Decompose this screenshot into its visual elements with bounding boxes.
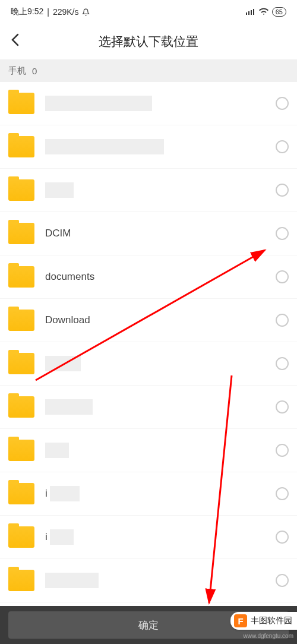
wifi-icon	[259, 7, 268, 17]
radio-select[interactable]	[276, 140, 289, 153]
folder-row[interactable]	[0, 559, 297, 602]
radio-select[interactable]	[276, 487, 289, 500]
folder-row[interactable]: i	[0, 472, 297, 516]
radio-select[interactable]	[276, 531, 289, 544]
folder-icon	[8, 396, 34, 418]
watermark-text: 丰图软件园	[251, 615, 292, 626]
folder-name-redacted	[45, 178, 276, 202]
svg-rect-1	[248, 11, 249, 15]
status-speed: 229K/s	[53, 7, 79, 17]
folder-list: DCIMdocumentsDownloadii	[0, 82, 297, 602]
breadcrumb-root: 手机	[8, 65, 26, 77]
radio-select[interactable]	[276, 184, 289, 197]
radio-select[interactable]	[276, 227, 289, 240]
radio-select[interactable]	[276, 97, 289, 110]
folder-row[interactable]	[0, 169, 297, 212]
folder-icon	[8, 353, 34, 374]
breadcrumb-level: 0	[32, 66, 37, 76]
folder-row[interactable]	[0, 342, 297, 386]
breadcrumb[interactable]: 手机 0	[0, 59, 297, 82]
folder-name-redacted	[45, 135, 276, 159]
svg-rect-2	[251, 10, 252, 15]
folder-name-redacted	[45, 395, 276, 419]
status-bar: 晚上9:52 | 229K/s 65	[0, 0, 297, 24]
folder-name-redacted	[45, 438, 276, 462]
folder-row[interactable]: DCIM	[0, 212, 297, 255]
folder-icon	[8, 93, 34, 114]
svg-rect-0	[246, 12, 247, 15]
folder-row[interactable]	[0, 125, 297, 169]
folder-icon	[8, 310, 34, 331]
status-time: 晚上9:52	[11, 7, 43, 17]
page-title: 选择默认下载位置	[99, 33, 198, 50]
signal-icon	[246, 7, 255, 17]
folder-name-redacted: i	[45, 525, 276, 549]
svg-rect-3	[253, 9, 254, 15]
folder-icon	[8, 570, 34, 591]
radio-select[interactable]	[276, 400, 289, 413]
folder-icon	[8, 526, 34, 548]
radio-select[interactable]	[276, 574, 289, 587]
folder-name: DCIM	[45, 228, 276, 239]
folder-icon	[8, 440, 34, 461]
watermark-url: www.dgfengtu.com	[244, 633, 294, 639]
folder-name-redacted	[45, 91, 276, 115]
folder-row[interactable]	[0, 386, 297, 429]
folder-icon	[8, 136, 34, 157]
folder-row[interactable]	[0, 82, 297, 125]
folder-name: Download	[45, 314, 276, 326]
folder-row[interactable]: Download	[0, 299, 297, 342]
folder-icon	[8, 266, 34, 288]
battery-indicator: 65	[272, 7, 286, 17]
folder-row[interactable]: i	[0, 516, 297, 559]
folder-name-redacted	[45, 352, 276, 375]
radio-select[interactable]	[276, 314, 289, 327]
header: 选择默认下载位置	[0, 24, 297, 59]
folder-icon	[8, 483, 34, 504]
folder-icon	[8, 179, 34, 201]
folder-row[interactable]: documents	[0, 255, 297, 299]
watermark: F 丰图软件园	[230, 612, 297, 630]
folder-icon	[8, 223, 34, 244]
folder-row[interactable]	[0, 429, 297, 472]
radio-select[interactable]	[276, 357, 289, 370]
folder-name-redacted	[45, 569, 276, 592]
back-button[interactable]	[7, 30, 23, 53]
bell-icon	[82, 8, 90, 16]
radio-select[interactable]	[276, 444, 289, 457]
folder-name: documents	[45, 271, 276, 283]
radio-select[interactable]	[276, 270, 289, 283]
folder-name-redacted: i	[45, 482, 276, 506]
watermark-logo-icon: F	[234, 614, 247, 627]
